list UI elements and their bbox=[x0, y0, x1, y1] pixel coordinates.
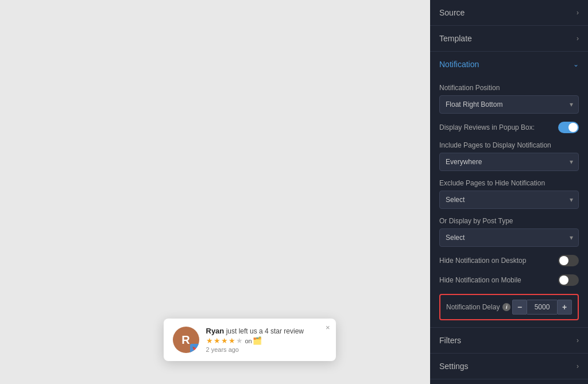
display-reviews-toggle[interactable] bbox=[558, 122, 579, 133]
notification-header[interactable]: Notification ⌄ bbox=[430, 52, 588, 77]
on-text: on bbox=[245, 338, 252, 344]
include-pages-select-wrapper: Everywhere Homepage Custom bbox=[439, 153, 579, 171]
notification-section: Notification ⌄ Notification Position Flo… bbox=[430, 52, 588, 328]
message-text: just left us a 4 star review bbox=[226, 327, 304, 335]
exclude-pages-select[interactable]: Select bbox=[439, 191, 579, 209]
position-select-wrapper: Float Right Bottom Float Left Bottom Flo… bbox=[439, 95, 579, 114]
filters-chevron-icon: › bbox=[577, 336, 579, 344]
star-4: ★ bbox=[229, 336, 235, 345]
delay-info-icon[interactable]: i bbox=[502, 303, 510, 311]
delay-input[interactable] bbox=[527, 300, 557, 315]
star-rating: ★ ★ ★ ★ ★ on 🗂️ bbox=[206, 336, 327, 345]
exclude-pages-select-wrapper: Select bbox=[439, 191, 579, 209]
notification-delay-row: Notification Delay i − + bbox=[439, 294, 579, 320]
avatar: R 🔖 bbox=[173, 327, 199, 353]
template-section: Template › bbox=[430, 26, 588, 52]
display-reviews-row: Display Reviews in Popup Box: bbox=[439, 122, 579, 133]
hide-mobile-row: Hide Notification on Mobile bbox=[439, 274, 579, 286]
star-3: ★ bbox=[221, 336, 228, 345]
star-5: ★ bbox=[236, 336, 243, 345]
star-2: ★ bbox=[214, 336, 220, 345]
display-reviews-label: Display Reviews in Popup Box: bbox=[439, 123, 535, 131]
settings-label: Settings bbox=[439, 362, 469, 371]
exclude-pages-label: Exclude Pages to Hide Notification bbox=[439, 179, 579, 187]
delay-controls: − + bbox=[512, 300, 572, 315]
settings-section: Settings › bbox=[430, 354, 588, 379]
hide-mobile-slider bbox=[558, 274, 579, 286]
hide-desktop-toggle[interactable] bbox=[558, 255, 579, 266]
notification-message: Ryan just left us a 4 star review bbox=[206, 327, 327, 335]
source-section: Source › bbox=[430, 0, 588, 26]
post-type-select-wrapper: Select bbox=[439, 228, 579, 247]
filters-label: Filters bbox=[439, 336, 461, 345]
template-label: Template bbox=[439, 34, 472, 43]
star-1: ★ bbox=[206, 336, 213, 345]
template-header[interactable]: Template › bbox=[430, 26, 588, 51]
source-chevron-icon: › bbox=[577, 9, 579, 17]
delay-label: Notification Delay bbox=[446, 303, 500, 311]
source-label: Source bbox=[439, 8, 465, 17]
display-reviews-slider bbox=[558, 122, 579, 133]
hide-desktop-slider bbox=[558, 255, 579, 266]
include-pages-label: Include Pages to Display Notification bbox=[439, 141, 579, 149]
user-name: Ryan bbox=[206, 327, 225, 335]
notification-label: Notification bbox=[439, 60, 479, 69]
settings-sidebar: Source › Template › Notification ⌄ Notif… bbox=[430, 0, 588, 384]
hide-mobile-toggle[interactable] bbox=[558, 274, 579, 286]
include-pages-field: Include Pages to Display Notification Ev… bbox=[439, 141, 579, 171]
main-canvas: × R 🔖 Ryan just left us a 4 star review … bbox=[0, 0, 430, 384]
template-chevron-icon: › bbox=[577, 34, 579, 42]
notification-body: Notification Position Float Right Bottom… bbox=[430, 77, 588, 327]
hide-desktop-row: Hide Notification on Desktop bbox=[439, 255, 579, 266]
flag-icon: 🗂️ bbox=[253, 336, 262, 345]
post-type-select[interactable]: Select bbox=[439, 228, 579, 247]
post-type-label: Or Display by Post Type bbox=[439, 217, 579, 225]
notification-preview-card: × R 🔖 Ryan just left us a 4 star review … bbox=[164, 319, 336, 361]
post-type-field: Or Display by Post Type Select bbox=[439, 217, 579, 247]
filters-header[interactable]: Filters › bbox=[430, 328, 588, 353]
position-select[interactable]: Float Right Bottom Float Left Bottom Flo… bbox=[439, 95, 579, 114]
filters-section: Filters › bbox=[430, 328, 588, 354]
settings-header[interactable]: Settings › bbox=[430, 354, 588, 379]
position-field: Notification Position Float Right Bottom… bbox=[439, 84, 579, 114]
delay-minus-button[interactable]: − bbox=[512, 300, 527, 315]
avatar-badge: 🔖 bbox=[190, 344, 199, 353]
settings-chevron-icon: › bbox=[577, 362, 579, 370]
position-label: Notification Position bbox=[439, 84, 579, 92]
delay-plus-button[interactable]: + bbox=[557, 300, 572, 315]
notification-chevron-icon: ⌄ bbox=[573, 60, 579, 68]
source-header[interactable]: Source › bbox=[430, 0, 588, 25]
hide-desktop-label: Hide Notification on Desktop bbox=[439, 257, 526, 265]
time-ago: 2 years ago bbox=[206, 346, 327, 353]
close-icon[interactable]: × bbox=[326, 323, 330, 332]
hide-mobile-label: Hide Notification on Mobile bbox=[439, 276, 521, 284]
delay-label-container: Notification Delay i bbox=[446, 303, 510, 311]
notification-content: Ryan just left us a 4 star review ★ ★ ★ … bbox=[206, 327, 327, 353]
exclude-pages-field: Exclude Pages to Hide Notification Selec… bbox=[439, 179, 579, 209]
include-pages-select[interactable]: Everywhere Homepage Custom bbox=[439, 153, 579, 171]
